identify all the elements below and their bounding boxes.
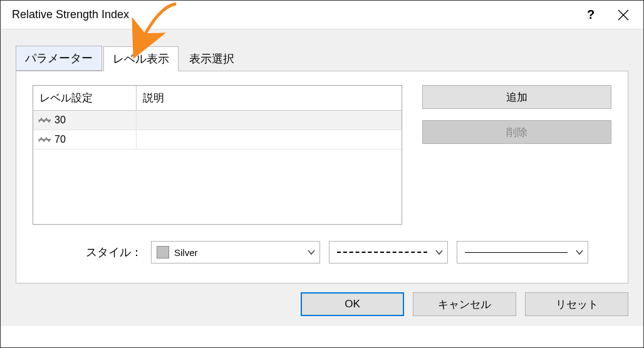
tab-content-levels: レベル設定 説明 30 xyxy=(16,71,628,284)
button-bar: OK キャンセル リセット xyxy=(1,284,643,326)
style-row: スタイル： Silver xyxy=(33,241,611,264)
solid-line-icon xyxy=(465,252,568,253)
color-combo[interactable]: Silver xyxy=(151,241,320,264)
linewidth-combo[interactable] xyxy=(457,241,588,264)
chevron-down-icon xyxy=(435,248,444,257)
tab-levels[interactable]: レベル表示 xyxy=(103,46,179,71)
level-cell: 30 xyxy=(33,111,137,130)
titlebar: Relative Strength Index ? xyxy=(1,1,643,29)
table-row[interactable]: 70 xyxy=(33,130,402,150)
ok-button[interactable]: OK xyxy=(301,292,404,316)
close-icon xyxy=(618,9,629,21)
grid-header: レベル設定 説明 xyxy=(33,86,402,111)
level-cell: 70 xyxy=(33,130,137,149)
tab-parameters[interactable]: パラメーター xyxy=(16,46,102,71)
cancel-button[interactable]: キャンセル xyxy=(413,292,516,316)
side-buttons: 追加 削除 xyxy=(422,85,611,144)
delete-button: 削除 xyxy=(422,120,611,144)
tab-bar-area: パラメーター レベル表示 表示選択 レベル設定 説明 30 xyxy=(1,29,643,326)
add-button[interactable]: 追加 xyxy=(422,85,611,109)
color-swatch-icon xyxy=(157,246,169,258)
window-title: Relative Strength Index xyxy=(12,8,574,21)
style-label: スタイル： xyxy=(86,245,142,260)
dashed-line-icon xyxy=(337,252,427,253)
help-button[interactable]: ? xyxy=(574,1,607,29)
color-name: Silver xyxy=(174,247,198,258)
grid-header-desc[interactable]: 説明 xyxy=(137,86,402,110)
desc-cell xyxy=(137,111,402,130)
level-value: 30 xyxy=(55,115,66,126)
level-line-icon xyxy=(38,116,51,125)
chevron-down-icon xyxy=(575,248,584,257)
desc-cell xyxy=(137,130,402,149)
chevron-down-icon xyxy=(307,248,316,257)
linestyle-combo[interactable] xyxy=(329,241,448,264)
reset-button[interactable]: リセット xyxy=(525,292,628,316)
levels-grid[interactable]: レベル設定 説明 30 xyxy=(33,85,402,225)
tab-display[interactable]: 表示選択 xyxy=(180,46,244,71)
close-button[interactable] xyxy=(607,1,640,29)
table-row[interactable]: 30 xyxy=(33,111,402,130)
grid-header-level[interactable]: レベル設定 xyxy=(33,86,137,110)
level-line-icon xyxy=(38,135,51,144)
tab-bar: パラメーター レベル表示 表示選択 xyxy=(1,46,643,71)
level-value: 70 xyxy=(55,134,66,145)
